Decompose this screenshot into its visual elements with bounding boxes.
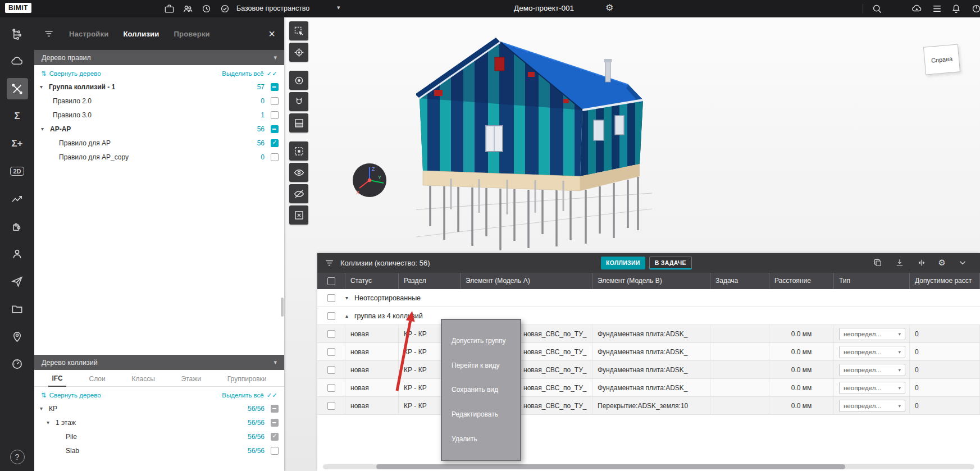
tab-collisions[interactable]: Коллизии (123, 30, 159, 38)
menu-item-allow-group[interactable]: Допустить группу (442, 337, 520, 345)
menu-item-save-view[interactable]: Сохранить вид (442, 386, 520, 394)
viewport-3d[interactable]: Z Y X Справа Коллизии (количество: 56) К… (284, 17, 980, 471)
tab-layers[interactable]: Слои (86, 375, 109, 386)
tool-publish[interactable] (7, 271, 28, 292)
col-status[interactable]: Статус (345, 273, 399, 289)
select-all-checkbox[interactable] (327, 277, 335, 285)
tool-sum[interactable]: Σ (7, 106, 28, 127)
tool-hide-elements[interactable] (289, 184, 308, 203)
type-dropdown[interactable]: неопредел...▾ (839, 328, 905, 340)
team-icon[interactable] (183, 3, 193, 14)
caret-down-icon[interactable]: ▾ (47, 419, 56, 426)
collision-tree-header[interactable]: Дерево коллизий ▾ (34, 355, 284, 370)
collision-tree-item[interactable]: Pile 56/56 (34, 429, 284, 443)
filter-list-icon[interactable] (43, 28, 54, 39)
chevron-down-icon[interactable]: ▾ (274, 359, 277, 366)
table-row[interactable]: новая КР - КР новая_СВС_по_ТУ_ Перекрыти… (317, 397, 980, 415)
table-row[interactable]: новая КР - КР новая_СВС_по_ТУ_ Фундамент… (317, 325, 980, 343)
menu-item-go-to-view[interactable]: Перейти к виду (442, 362, 520, 369)
type-dropdown[interactable]: неопредел...▾ (839, 400, 905, 412)
fit-columns-icon[interactable] (917, 258, 927, 268)
chevron-down-icon[interactable]: ▾ (337, 4, 340, 11)
tool-magnet-snap[interactable] (289, 92, 308, 111)
account-icon[interactable] (971, 3, 980, 14)
collapse-panel-chevron-icon[interactable] (958, 258, 968, 268)
collision-tree-item[interactable]: ▾ КР 56/56 (34, 401, 284, 415)
search-icon[interactable] (872, 3, 882, 14)
tool-section-box[interactable] (289, 113, 308, 132)
col-element-b[interactable]: Элемент (Модель B) (592, 273, 710, 289)
help-button[interactable]: ? (10, 450, 25, 464)
tab-checks[interactable]: Проверки (174, 30, 210, 38)
select-all-link[interactable]: Выделить всё✓✓ (222, 391, 277, 399)
tab-classes[interactable]: Классы (129, 375, 158, 386)
horizontal-scrollbar[interactable] (323, 464, 974, 469)
checkbox[interactable] (271, 433, 279, 441)
rule-tree-item[interactable]: Правило 2.0 0 (34, 94, 284, 108)
collapse-tree-link[interactable]: ⇅Свернуть дерево (41, 70, 101, 77)
type-dropdown[interactable]: неопредел...▾ (839, 382, 905, 394)
checkbox[interactable] (271, 83, 279, 91)
checkbox[interactable] (271, 419, 279, 427)
tool-dashboard[interactable] (7, 353, 28, 374)
checkbox[interactable] (271, 97, 279, 105)
tool-analytics[interactable] (7, 188, 28, 209)
tool-model-structure[interactable] (7, 23, 28, 44)
rule-tree-item[interactable]: Правило для АР 56 (34, 136, 284, 150)
table-row[interactable]: новая КР - КР новая_СВС_по_ТУ_ Фундамент… (317, 379, 980, 397)
collisions-mode-button[interactable]: КОЛЛИЗИИ (601, 257, 645, 269)
rule-tree-item[interactable]: Правило 3.0 1 (34, 108, 284, 122)
select-all-link[interactable]: Выделить всё✓✓ (222, 70, 277, 77)
type-dropdown[interactable]: неопредел...▾ (839, 346, 905, 358)
tool-clash-detection[interactable] (7, 78, 28, 99)
rules-tree-header[interactable]: Дерево правил ▾ (34, 50, 284, 65)
row-checkbox[interactable] (327, 402, 335, 410)
col-element-a[interactable]: Элемент (Модель А) (461, 273, 592, 289)
workspace-selector[interactable]: Базовое пространство (236, 4, 309, 12)
tasks-check-icon[interactable] (220, 3, 230, 14)
tool-plugins[interactable] (7, 216, 28, 237)
cloud-sync-icon[interactable] (911, 3, 922, 14)
checkbox[interactable] (271, 153, 279, 161)
group-row-unsorted[interactable]: ▾ Неотсортированные (317, 289, 980, 307)
table-row[interactable]: новая КР - КР новая_СВС_по_ТУ_ Фундамент… (317, 343, 980, 361)
house-model-3d[interactable] (416, 31, 652, 256)
filter-list-icon[interactable] (324, 258, 335, 268)
tool-focus-target[interactable] (289, 43, 308, 62)
project-settings-gear-icon[interactable]: ⚙ (605, 2, 613, 13)
tool-sum-add[interactable]: Σ+ (7, 133, 28, 154)
copy-icon[interactable] (873, 258, 883, 268)
in-task-mode-button[interactable]: В ЗАДАЧЕ (649, 257, 692, 269)
rule-tree-item[interactable]: ▾ АР-АР 56 (34, 122, 284, 136)
row-checkbox[interactable] (327, 348, 335, 356)
caret-down-icon[interactable]: ▾ (345, 295, 354, 301)
tool-show-elements[interactable] (289, 163, 308, 182)
tab-settings[interactable]: Настройки (69, 30, 108, 38)
tool-collaboration[interactable] (7, 243, 28, 264)
group-checkbox[interactable] (327, 294, 335, 302)
collision-tree-item[interactable]: ▾ 1 этаж 56/56 (34, 415, 284, 429)
checkbox[interactable] (271, 125, 279, 133)
notifications-bell-icon[interactable] (951, 3, 961, 14)
tab-groupings[interactable]: Группировки (224, 375, 270, 386)
rule-tree-item[interactable]: Правило для АР_copy 0 (34, 150, 284, 164)
checkbox[interactable] (271, 447, 279, 455)
col-task[interactable]: Задача (710, 273, 769, 289)
table-row[interactable]: новая КР - КР новая_СВС_по_ТУ_ Фундамент… (317, 361, 980, 379)
caret-down-icon[interactable]: ▾ (41, 126, 50, 132)
checkbox[interactable] (271, 111, 279, 119)
tool-select-area[interactable] (289, 21, 308, 40)
caret-up-icon[interactable]: ▴ (345, 313, 354, 319)
gear-icon[interactable]: ⚙ (938, 258, 946, 268)
collapse-tree-link[interactable]: ⇅Свернуть дерево (41, 391, 101, 399)
menu-item-delete[interactable]: Удалить (442, 435, 520, 443)
checkbox[interactable] (271, 139, 279, 147)
row-checkbox[interactable] (327, 330, 335, 338)
group-row-group-of-4[interactable]: ▴ группа из 4 коллизий (317, 307, 980, 325)
navigation-axes-gizmo[interactable]: Z Y X (352, 162, 388, 198)
tool-orbit[interactable] (289, 71, 308, 90)
tab-ifc[interactable]: IFC (48, 374, 66, 387)
col-type[interactable]: Тип (834, 273, 910, 289)
caret-down-icon[interactable]: ▾ (40, 84, 49, 90)
tool-clip-plane[interactable] (289, 141, 308, 161)
